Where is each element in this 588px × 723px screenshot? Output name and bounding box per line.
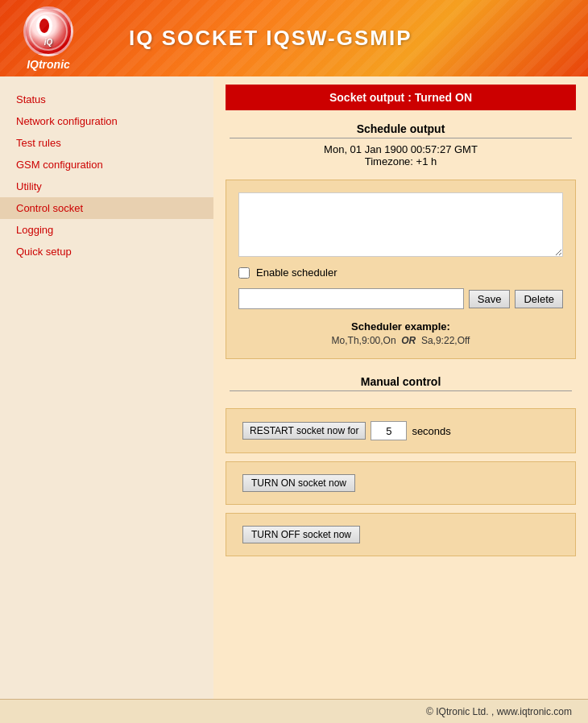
footer-text: © IQtronic Ltd. , www.iqtronic.com	[426, 706, 572, 717]
turn-off-panel: TURN OFF socket now	[226, 513, 576, 556]
sidebar: Status Network configuration Test rules …	[0, 76, 213, 699]
enable-scheduler-checkbox[interactable]	[238, 267, 250, 279]
example-or: OR	[401, 335, 416, 346]
example-text2: Sa,9:22,Off	[421, 335, 470, 346]
enable-scheduler-label: Enable scheduler	[256, 266, 337, 279]
manual-control-section: Manual control	[213, 367, 588, 400]
seconds-label: seconds	[412, 425, 450, 437]
sidebar-item-network-configuration[interactable]: Network configuration	[0, 110, 213, 132]
logo: iQ IQtronic	[16, 6, 81, 71]
footer: © IQtronic Ltd. , www.iqtronic.com	[0, 699, 588, 723]
scheduler-panel: Enable scheduler Save Delete Scheduler e…	[226, 180, 576, 359]
sidebar-item-test-rules[interactable]: Test rules	[0, 132, 213, 154]
scheduler-input[interactable]	[238, 288, 464, 309]
scheduler-example: Scheduler example: Mo,Th,9:00,On OR Sa,9…	[238, 320, 563, 346]
restart-panel: RESTART socket now for seconds	[226, 408, 576, 453]
example-text1: Mo,Th,9:00,On	[332, 335, 396, 346]
turn-on-panel: TURN ON socket now	[226, 461, 576, 505]
enable-scheduler-row: Enable scheduler	[238, 266, 563, 279]
svg-text:iQ: iQ	[44, 38, 53, 47]
delete-button[interactable]: Delete	[515, 290, 563, 308]
save-button[interactable]: Save	[469, 290, 511, 308]
sidebar-item-quick-setup[interactable]: Quick setup	[0, 241, 213, 262]
header: iQ IQtronic IQ SOCKET IQSW-GSMIP	[0, 0, 588, 76]
logo-icon: iQ	[23, 6, 73, 56]
svg-point-2	[39, 19, 49, 33]
sidebar-item-status[interactable]: Status	[0, 89, 213, 110]
sidebar-item-utility[interactable]: Utility	[0, 176, 213, 197]
schedule-output-section: Schedule output Mon, 01 Jan 1900 00:57:2…	[213, 110, 588, 171]
restart-button[interactable]: RESTART socket now for	[242, 422, 366, 440]
schedule-output-title: Schedule output	[230, 122, 572, 138]
schedule-datetime: Mon, 01 Jan 1900 00:57:27 GMT	[230, 143, 572, 155]
header-title: IQ SOCKET IQSW-GSMIP	[129, 26, 412, 51]
scheduler-textarea[interactable]	[238, 192, 563, 257]
manual-control-title: Manual control	[230, 375, 572, 391]
save-delete-row: Save Delete	[238, 288, 563, 309]
scheduler-example-text: Mo,Th,9:00,On OR Sa,9:22,Off	[238, 335, 563, 346]
turn-on-button[interactable]: TURN ON socket now	[242, 474, 355, 492]
sidebar-item-gsm-configuration[interactable]: GSM configuration	[0, 154, 213, 176]
status-bar: Socket output : Turned ON	[226, 85, 576, 110]
turn-off-button[interactable]: TURN OFF socket now	[242, 526, 360, 543]
logo-brand: IQtronic	[27, 58, 70, 71]
body-layout: Status Network configuration Test rules …	[0, 76, 588, 699]
scheduler-example-title: Scheduler example:	[238, 320, 563, 333]
schedule-timezone: Timezone: +1 h	[230, 155, 572, 167]
main-content: Socket output : Turned ON Schedule outpu…	[213, 76, 588, 699]
sidebar-item-control-socket[interactable]: Control socket	[0, 197, 213, 219]
seconds-input[interactable]	[371, 421, 407, 440]
sidebar-item-logging[interactable]: Logging	[0, 219, 213, 241]
